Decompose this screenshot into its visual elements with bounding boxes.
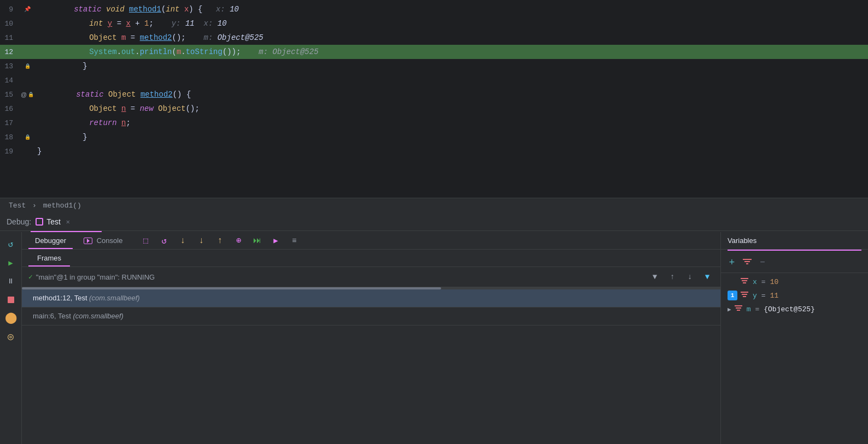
gutter-9: 📌 — [20, 6, 35, 13]
debugger-tab-bar: Debugger Console ⬚ ↺ — [22, 232, 720, 250]
step-over-button[interactable]: ↺ — [156, 233, 172, 248]
var-filter-svg-y — [741, 291, 748, 298]
var-eq-m: = — [755, 305, 759, 313]
line-number-19: 19 — [0, 147, 20, 156]
dropdown-icon: ▼ — [653, 273, 657, 281]
run-to-cursor-icon: ⊕ — [236, 235, 241, 246]
frames-content: ✓ "main"@1 in group "main": RUNNING ▼ ↑ … — [22, 267, 720, 444]
thread-status-text: "main"@1 in group "main": RUNNING — [36, 273, 648, 281]
clear-console-button[interactable]: ◎ — [3, 329, 19, 345]
var-item-m[interactable]: ▶ m = {Object@525} — [721, 303, 868, 316]
var-item-y[interactable]: 1 y = 11 — [721, 288, 868, 303]
tab-frames[interactable]: Frames — [28, 250, 70, 267]
var-filter-icon-m — [735, 305, 742, 313]
line-number-18: 18 — [0, 133, 20, 141]
evaluate-icon: ▶ — [273, 236, 278, 245]
debug-main: Debugger Console ⬚ ↺ — [22, 232, 720, 444]
variables-list: x = 10 1 y = 11 — [721, 273, 868, 444]
frame-method-2: main:6, Test (com.smallbeef) — [33, 312, 124, 320]
run-to-line-button[interactable]: ⏭ — [249, 233, 265, 248]
stop-button[interactable] — [3, 292, 19, 307]
force-step-into-icon: ↓ — [199, 236, 204, 246]
line-number-17: 17 — [0, 119, 20, 127]
run-to-cursor-button[interactable]: ⊕ — [231, 233, 246, 248]
debug-sidebar: ↺ ▶ ⏸ ⬤ ◎ — [0, 232, 22, 444]
resume-button[interactable]: ▶ — [3, 255, 19, 270]
tab-debugger[interactable]: Debugger — [28, 232, 73, 249]
frame-item-1[interactable]: method1:12, Test (com.smallbeef) — [22, 289, 720, 307]
tab-console[interactable]: Console — [77, 232, 129, 249]
line-number-15: 15 — [0, 91, 20, 99]
debug-label: Debug: — [7, 217, 31, 226]
pin-icon-9: 📌 — [24, 6, 31, 13]
line-number-14: 14 — [0, 76, 20, 85]
breadcrumb-method: method1() — [43, 202, 81, 210]
minus-icon: − — [760, 258, 765, 268]
evaluate-expression-button[interactable]: ▶ — [268, 233, 283, 248]
thread-down-button[interactable]: ↓ — [683, 270, 696, 283]
step-over2-button[interactable]: ↓ — [193, 233, 209, 248]
mute-breakpoints-button[interactable]: ⬤ — [3, 311, 19, 326]
frames-list: method1:12, Test (com.smallbeef) main:6,… — [22, 289, 720, 444]
variables-panel: Variables + − — [720, 232, 868, 444]
step-into-button[interactable]: ↓ — [175, 233, 190, 248]
show-execution-icon: ⬚ — [143, 235, 148, 246]
var-expand-m[interactable]: ▶ — [728, 306, 731, 313]
pin-icon-13: 🔒 — [25, 63, 31, 69]
add-watch-button[interactable]: + — [725, 256, 738, 269]
run-to-line-icon: ⏭ — [253, 236, 261, 246]
gutter-13: 🔒 — [20, 63, 35, 69]
breadcrumb-separator: › — [32, 202, 41, 210]
frames-tab-bar: Frames — [22, 250, 720, 267]
line-number-16: 16 — [0, 105, 20, 113]
thread-filter-button[interactable]: ▼ — [701, 270, 714, 283]
gutter-15: @ 🔒 — [20, 91, 35, 98]
gutter-18: 🔒 — [20, 134, 35, 140]
frame-item-2[interactable]: main:6, Test (com.smallbeef) — [22, 307, 720, 325]
clear-console-icon: ◎ — [8, 332, 14, 342]
filter-vars-button[interactable] — [741, 256, 754, 269]
debug-session-tab[interactable]: Test ✕ — [36, 217, 70, 226]
step-over-icon: ↺ — [162, 235, 167, 246]
session-name: Test — [46, 217, 61, 226]
breadcrumb: Test › method1() — [0, 198, 868, 213]
thread-status-bar: ✓ "main"@1 in group "main": RUNNING ▼ ↑ … — [22, 267, 720, 287]
thread-filter-icon: ▼ — [705, 273, 709, 281]
stop-icon — [8, 297, 14, 303]
console-arrow-icon — [87, 239, 90, 243]
minus-button[interactable]: − — [756, 256, 769, 269]
thread-up-button[interactable]: ↑ — [666, 270, 679, 283]
thread-status-check: ✓ — [28, 273, 33, 281]
variables-header: Variables — [721, 232, 868, 250]
code-editor: 9 📌 static void method1(int x) { x: 10 1… — [0, 0, 868, 213]
step-into-icon: ↓ — [180, 236, 186, 246]
variables-title: Variables — [728, 236, 756, 245]
scroll-thumb[interactable] — [22, 287, 441, 289]
var-filter-icon-y — [741, 291, 748, 300]
line-number-11: 11 — [0, 34, 20, 42]
code-line-13: 13 🔒 } — [0, 59, 868, 73]
frame-method-1: method1:12, Test (com.smallbeef) — [33, 294, 140, 302]
var-item-x[interactable]: x = 10 — [721, 275, 868, 288]
variables-underline — [728, 250, 861, 251]
code-content-19: } — [35, 144, 868, 158]
restart-button[interactable]: ↺ — [3, 236, 19, 252]
debug-body: ↺ ▶ ⏸ ⬤ ◎ Debugger — [0, 232, 868, 444]
close-session-button[interactable]: ✕ — [66, 218, 70, 226]
mute-breakpoints-icon: ⬤ — [5, 313, 17, 324]
thread-controls: ▼ ↑ ↓ ▼ — [648, 270, 714, 283]
line-number-9: 9 — [0, 5, 20, 14]
breadcrumb-class: Test — [9, 202, 26, 210]
settings-button[interactable]: ≡ — [286, 233, 302, 248]
show-execution-point-button[interactable]: ⬚ — [138, 233, 153, 248]
var-val-x: 10 — [770, 278, 779, 286]
add-watch-icon: + — [729, 257, 735, 268]
thread-down-icon: ↓ — [688, 273, 692, 281]
pause-button[interactable]: ⏸ — [3, 274, 19, 289]
thread-dropdown-button[interactable]: ▼ — [648, 270, 661, 283]
debug-toolbar: ⬚ ↺ ↓ ↓ ↑ ⊕ — [138, 233, 302, 248]
var-filter-icon-x — [741, 277, 748, 286]
step-out-button[interactable]: ↑ — [212, 233, 227, 248]
debug-panel: Debug: Test ✕ ↺ ▶ ⏸ ⬤ — [0, 213, 868, 444]
console-icon — [84, 238, 92, 244]
